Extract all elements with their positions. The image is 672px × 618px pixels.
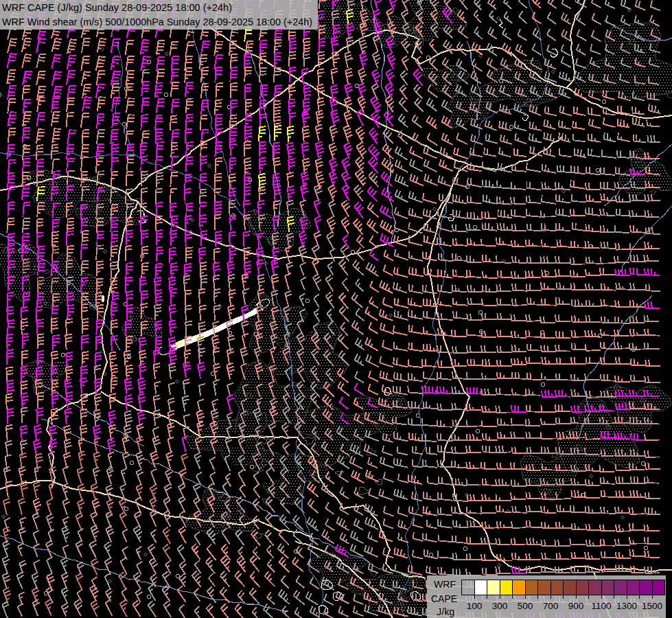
- svg-text:1300: 1300: [616, 601, 637, 611]
- svg-text:100: 100: [467, 601, 483, 611]
- svg-text:WRF: WRF: [434, 579, 456, 590]
- svg-text:500: 500: [518, 601, 533, 611]
- svg-text:300: 300: [492, 601, 508, 611]
- svg-text:700: 700: [543, 601, 559, 611]
- svg-text:WRF Wind shear (m/s) 500/1000h: WRF Wind shear (m/s) 500/1000hPa Sunday …: [2, 16, 312, 27]
- svg-text:1100: 1100: [591, 601, 611, 611]
- svg-text:J/kg: J/kg: [437, 606, 454, 617]
- svg-text:1500: 1500: [642, 601, 662, 611]
- svg-text:900: 900: [568, 601, 584, 611]
- svg-text:WRF CAPE (J/kg) Sunday 28-09-2: WRF CAPE (J/kg) Sunday 28-09-2025 18:00 …: [2, 1, 232, 13]
- svg-text:CAPE: CAPE: [431, 593, 457, 604]
